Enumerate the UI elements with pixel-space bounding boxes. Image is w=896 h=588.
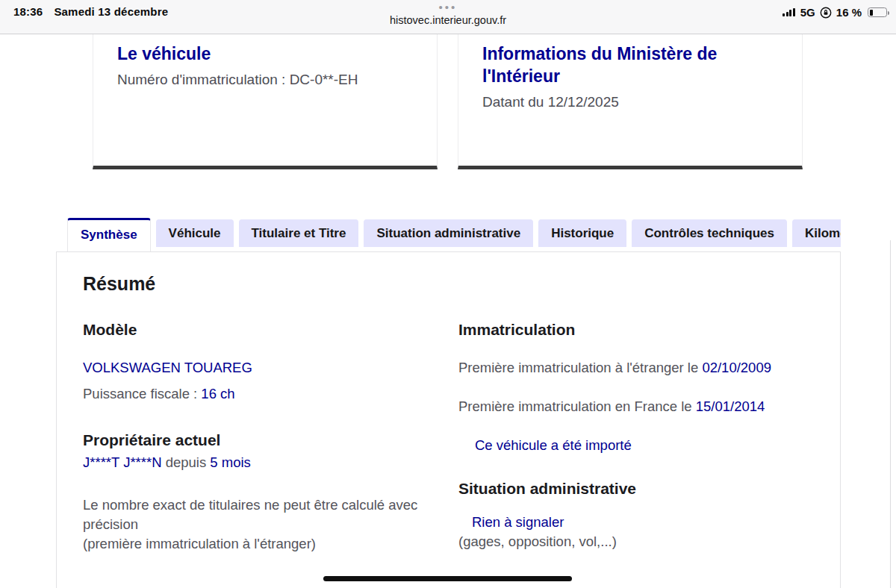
battery-icon [868,7,887,17]
ministry-card-date: Datant du 12/12/2025 [482,94,780,110]
fiscal-power-label: Puissance fiscale : [83,386,201,401]
tab-overflow-icon[interactable]: ••• [0,3,896,12]
fiscal-power-value: 16 ch [201,386,234,401]
left-column: Modèle VOLKSWAGEN TOUAREG Puissance fisc… [83,321,435,554]
ministry-card: Informations du Ministère de l'Intérieur… [458,34,803,169]
tab-titulaire-et-titre[interactable]: Titulaire et Titre [239,219,359,247]
battery-percent: 16 % [836,6,862,19]
safari-page: 18:36 Samedi 13 décembre ••• histovec.in… [0,0,896,588]
first-foreign-label: Première immatriculation à l'étranger le [458,360,702,375]
first-foreign-registration-line: Première immatriculation à l'étranger le… [458,358,824,378]
page-edge-line [890,240,891,588]
fiscal-power-line: Puissance fiscale : 16 ch [83,384,435,404]
tab-controles-techniques[interactable]: Contrôles techniques [632,219,787,247]
model-heading: Modèle [83,321,435,339]
first-france-label: Première immatriculation en France le [458,398,696,414]
status-right: 5G 16 % [783,6,887,19]
tab-historique[interactable]: Historique [538,219,626,247]
imported-vehicle-link[interactable]: Ce véhicule a été importé [475,436,824,455]
horizontal-scroll-indicator[interactable] [323,576,572,581]
vehicle-card-title: Le véhicule [117,43,414,65]
owner-duration: 5 mois [210,454,251,470]
admin-status-note: (gages, opposition, vol,...) [458,532,824,551]
right-column: Immatriculation Première immatriculation… [458,321,824,551]
admin-status-heading: Situation administrative [458,480,824,498]
status-center: ••• histovec.interieur.gouv.fr [0,3,896,26]
tab-vehicule[interactable]: Véhicule [156,219,234,247]
first-foreign-date: 02/10/2009 [702,360,771,375]
tab-bar: Synthèse Véhicule Titulaire et Titre Sit… [67,218,841,252]
status-bar: 18:36 Samedi 13 décembre ••• histovec.in… [0,0,896,34]
vehicle-card-plate: Numéro d'immatriculation : DC-0**-EH [117,72,414,88]
owner-name: J****T J****N [83,454,162,470]
url-field[interactable]: histovec.interieur.gouv.fr [0,14,896,26]
first-france-registration-line: Première immatriculation en France le 15… [458,397,824,416]
owner-heading: Propriétaire actuel [83,431,435,449]
tab-kilometrage[interactable]: Kilométrage [792,219,841,247]
owner-line: J****T J****N depuis 5 mois [83,453,435,472]
network-label: 5G [800,6,815,19]
model-name-link[interactable]: VOLKSWAGEN TOUAREG [83,358,435,378]
owner-note: Le nombre exact de titulaires ne peut êt… [83,495,435,534]
owner-since-label: depuis [162,454,211,470]
admin-status-link[interactable]: Rien à signaler [472,513,824,532]
signal-icon [783,8,795,16]
resume-heading: Résumé [83,273,155,295]
vehicle-card: Le véhicule Numéro d'immatriculation : D… [93,34,438,169]
first-france-date: 15/01/2014 [696,398,765,414]
tab-synthese[interactable]: Synthèse [67,218,151,252]
tab-situation-administrative[interactable]: Situation administrative [364,219,533,247]
synthese-panel: Résumé Modèle VOLKSWAGEN TOUAREG Puissan… [56,251,841,588]
ministry-card-title: Informations du Ministère de l'Intérieur [482,43,780,87]
orientation-lock-icon [820,7,832,19]
registration-heading: Immatriculation [458,321,824,339]
owner-note-2: (première immatriculation à l'étranger) [83,534,435,554]
